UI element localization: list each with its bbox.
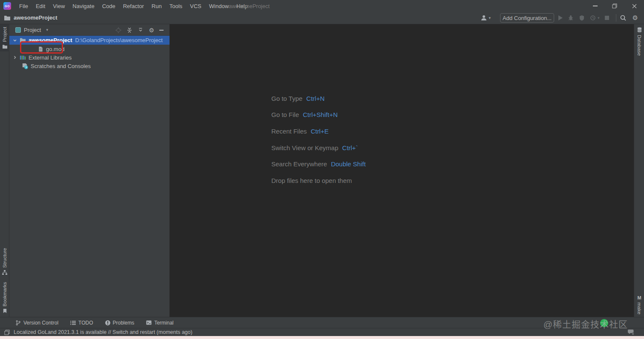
- project-panel-header: Project ▾ ⚙: [9, 24, 170, 36]
- tab-label: Problems: [113, 320, 135, 326]
- scratches-label: Scratches and Consoles: [31, 63, 91, 69]
- hint-label: Recent Files: [271, 128, 307, 135]
- tool-tab-structure[interactable]: Structure: [0, 245, 9, 278]
- tool-window-icon: [15, 27, 21, 33]
- project-panel-title: Project: [24, 27, 41, 33]
- profile-button[interactable]: ▾: [480, 14, 491, 21]
- restore-icon: [612, 3, 617, 9]
- menu-tools[interactable]: Tools: [166, 0, 186, 12]
- folder-icon: [2, 44, 8, 49]
- tree-row-gomod[interactable]: go.mod: [9, 45, 170, 53]
- file-icon: [38, 46, 43, 52]
- project-tool-window: Project ▾ ⚙: [9, 24, 170, 317]
- tool-tab-version-control[interactable]: Version Control: [15, 320, 58, 326]
- chevron-collapsed-icon[interactable]: [13, 55, 17, 60]
- hint-label: Switch View or Keymap: [271, 144, 338, 151]
- main-area: Project Structure Bookmarks Project ▾: [0, 24, 644, 317]
- stop-icon[interactable]: [605, 16, 609, 20]
- hint-recent-files: Recent Files Ctrl+E: [271, 123, 366, 140]
- folder-icon: [4, 15, 11, 21]
- close-button[interactable]: [624, 0, 644, 12]
- event-log-icon[interactable]: [627, 329, 635, 335]
- hint-keys: Ctrl+`: [342, 144, 358, 151]
- hint-label: Search Everywhere: [271, 160, 327, 168]
- tool-tab-make[interactable]: M make: [634, 295, 644, 314]
- toolbar-separator: [616, 14, 616, 22]
- bookmark-icon: [3, 309, 7, 313]
- tool-tab-todo[interactable]: TODO: [70, 320, 93, 326]
- library-icon: [20, 54, 26, 61]
- tab-label: TODO: [78, 320, 93, 326]
- menu-code[interactable]: Code: [98, 0, 119, 12]
- menu-vcs[interactable]: VCS: [186, 0, 205, 12]
- settings-gear-icon[interactable]: ⚙: [632, 15, 638, 21]
- tool-tab-bookmarks-label: Bookmarks: [2, 282, 7, 307]
- hint-switch-view: Switch View or Keymap Ctrl+`: [271, 140, 366, 156]
- menu-run[interactable]: Run: [148, 0, 166, 12]
- title-bar: GO File Edit View Navigate Code Refactor…: [0, 0, 644, 12]
- minimize-button[interactable]: [585, 0, 605, 12]
- breadcrumb[interactable]: awesomeProject: [4, 14, 58, 21]
- menu-file[interactable]: File: [15, 0, 32, 12]
- debug-icon[interactable]: [568, 15, 574, 21]
- menu-view[interactable]: View: [49, 0, 69, 12]
- collapse-all-icon[interactable]: [126, 27, 132, 33]
- minimize-icon: [593, 6, 598, 6]
- editor-area: Go to Type Ctrl+N Go to File Ctrl+Shift+…: [170, 24, 634, 317]
- tool-tab-project[interactable]: Project: [0, 24, 9, 51]
- tool-tab-problems[interactable]: Problems: [105, 320, 135, 326]
- chevron-expanded-icon[interactable]: [13, 38, 17, 43]
- restore-button[interactable]: [605, 0, 624, 12]
- window-title: awesomeProject: [229, 0, 270, 12]
- profiler-icon[interactable]: [590, 15, 596, 21]
- main-menu: File Edit View Navigate Code Refactor Ru…: [15, 0, 252, 12]
- add-configuration-button[interactable]: Add Configuration...: [500, 13, 554, 23]
- git-branch-icon: [15, 320, 21, 326]
- folder-icon: [20, 37, 26, 43]
- database-icon: [637, 27, 642, 33]
- chevron-down-icon[interactable]: ▾: [598, 16, 600, 20]
- terminal-icon: [146, 320, 152, 325]
- watermark-text: @稀土掘金技术社区: [543, 317, 628, 330]
- locate-file-icon[interactable]: [115, 27, 121, 33]
- tree-row-root[interactable]: awesomeProject D:\GolandProjects\awesome…: [9, 36, 170, 45]
- run-icon[interactable]: [558, 15, 563, 20]
- bottom-strip: [0, 336, 644, 339]
- hint-label: Drop files here to open them: [271, 177, 352, 184]
- problems-icon: [105, 320, 110, 325]
- tree-row-external-libraries[interactable]: External Libraries: [9, 53, 170, 62]
- hide-panel-icon[interactable]: [159, 30, 164, 31]
- right-tool-stripe: Database M make: [634, 24, 644, 317]
- tool-tab-terminal[interactable]: Terminal: [146, 320, 173, 326]
- hint-keys: Ctrl+Shift+N: [303, 111, 338, 118]
- gomod-label: go.mod: [46, 46, 64, 52]
- shortcut-hints: Go to Type Ctrl+N Go to File Ctrl+Shift+…: [271, 90, 366, 189]
- tree-row-scratches[interactable]: Scratches and Consoles: [9, 62, 170, 70]
- hint-label: Go to File: [271, 111, 299, 118]
- structure-icon: [2, 270, 7, 275]
- project-tree: awesomeProject D:\GolandProjects\awesome…: [9, 36, 170, 70]
- todo-list-icon: [70, 320, 76, 325]
- panel-settings-gear-icon[interactable]: ⚙: [149, 27, 154, 33]
- menu-refactor[interactable]: Refactor: [119, 0, 148, 12]
- close-icon: [632, 4, 637, 9]
- expand-all-icon[interactable]: [138, 27, 144, 33]
- status-message[interactable]: Localized GoLand 2021.3.1 is available /…: [14, 329, 193, 335]
- chevron-down-icon[interactable]: ▾: [46, 28, 48, 32]
- tab-label: Version Control: [23, 320, 58, 326]
- search-icon[interactable]: [620, 14, 627, 21]
- menu-edit[interactable]: Edit: [32, 0, 49, 12]
- menu-navigate[interactable]: Navigate: [69, 0, 98, 12]
- coverage-icon[interactable]: [579, 15, 585, 21]
- hint-go-to-file: Go to File Ctrl+Shift+N: [271, 107, 366, 123]
- tool-tab-structure-label: Structure: [2, 248, 7, 268]
- hint-keys: Double Shift: [331, 160, 366, 168]
- tool-tab-database[interactable]: Database: [634, 27, 644, 56]
- tool-tab-bookmarks[interactable]: Bookmarks: [0, 279, 9, 316]
- goland-logo-icon: GO: [3, 2, 11, 10]
- external-libraries-label: External Libraries: [29, 54, 72, 61]
- hint-drop-files: Drop files here to open them: [271, 172, 366, 189]
- chevron-down-icon: ▾: [489, 16, 491, 20]
- user-icon: [480, 14, 487, 21]
- scratches-icon: [22, 63, 28, 69]
